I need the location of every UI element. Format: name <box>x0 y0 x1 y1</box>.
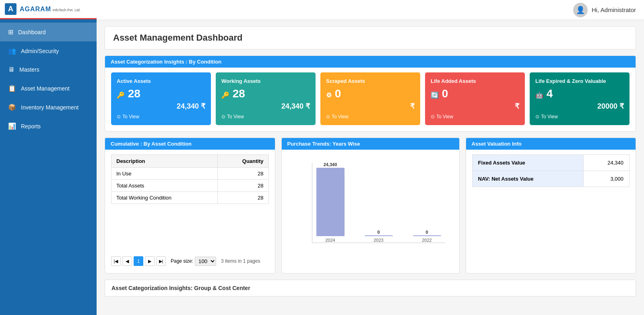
life-added-assets-title: Life Added Assets <box>431 78 519 84</box>
active-assets-count: 🔑 28 <box>117 87 205 100</box>
page-1-btn[interactable]: 1 <box>134 256 143 266</box>
brand-sub: InfoTech Pvt. Ltd. <box>53 8 81 12</box>
bar-group: 02022 <box>413 230 441 243</box>
bottom-section-header: Asset Categorization Insights: Group & C… <box>105 280 636 296</box>
table-row: Total Assets28 <box>111 180 269 192</box>
life-added-assets-link[interactable]: ⊙ To View <box>431 114 519 119</box>
sidebar-label-admin: Admin/Security <box>21 48 59 54</box>
life-added-assets-icon: 🔄 <box>431 92 439 99</box>
sidebar-label-reports: Reports <box>21 123 41 130</box>
circle-arrow-icon-2: ⊙ <box>221 114 225 119</box>
circle-arrow-icon-4: ⊙ <box>431 114 435 119</box>
active-assets-card: Active Assets 🔑 28 24,340 ₹ ⊙ To View <box>111 72 211 125</box>
val-label: NAV: Net Assets Value <box>472 171 584 187</box>
topbar: 👤 Hi, Administrator <box>97 0 644 20</box>
asset-cards-row: Active Assets 🔑 28 24,340 ₹ ⊙ To View Wo… <box>111 72 630 125</box>
life-expired-assets-count: 🤖 4 <box>535 87 624 100</box>
sidebar: A AGARAM InfoTech Pvt. Ltd. ⊞ Dashboard … <box>0 0 97 315</box>
bar-value-label: 0 <box>377 230 380 235</box>
bar-group: 24,3402024 <box>316 162 345 243</box>
col-description: Description <box>111 155 218 168</box>
inventory-icon: 📦 <box>8 103 16 111</box>
user-greeting: Hi, Administrator <box>592 6 636 13</box>
scraped-assets-amount: ₹ <box>326 102 415 111</box>
table-cell-qty: 28 <box>217 180 268 192</box>
val-value: 24,340 <box>584 155 630 171</box>
scraped-assets-card: Scraped Assets ⚙ 0 ₹ ⊙ To View <box>320 72 420 125</box>
bar-x-label: 2023 <box>374 238 383 243</box>
sidebar-item-dashboard[interactable]: ⊞ Dashboard <box>0 23 97 41</box>
brand-name: AGARAM <box>20 6 51 12</box>
cumulative-header: Cumulative : By Asset Condition <box>105 138 275 150</box>
life-added-assets-card: Life Added Assets 🔄 0 ₹ ⊙ To View <box>425 72 525 125</box>
valuation-header: Asset Valuation Info <box>466 138 636 150</box>
page-title: Asset Management Dashboard <box>105 26 636 49</box>
bar-element <box>365 235 393 236</box>
table-row: In Use28 <box>111 168 269 180</box>
masters-icon: 🖥 <box>8 66 14 73</box>
bar-value-label: 0 <box>425 230 428 235</box>
working-assets-amount: 24,340 ₹ <box>221 102 310 111</box>
bar-chart: 24,34020240202302022 <box>288 154 453 267</box>
bar-group: 02023 <box>365 230 393 243</box>
admin-icon: 👥 <box>8 47 16 55</box>
sidebar-label-dashboard: Dashboard <box>18 29 46 35</box>
sidebar-item-inventory-management[interactable]: 📦 Inventory Management <box>0 98 97 117</box>
main-area: 👤 Hi, Administrator Asset Management Das… <box>97 0 644 315</box>
bar-x-label: 2022 <box>422 238 431 243</box>
page-size-select[interactable]: 100 50 25 <box>195 257 216 266</box>
user-info: 👤 Hi, Administrator <box>573 3 636 17</box>
insights-by-condition-header: Asset Categorization Insights : By Condi… <box>105 56 636 68</box>
purchase-trends-section: Purchase Trends: Years Wise 24,340202402… <box>281 138 460 274</box>
life-expired-assets-link[interactable]: ⊙ To View <box>535 114 624 119</box>
first-page-btn[interactable]: |◀ <box>111 256 121 266</box>
asset-mgmt-icon: 📋 <box>8 84 16 92</box>
reports-icon: 📊 <box>8 122 16 130</box>
life-expired-assets-card: Life Expired & Zero Valuable 🤖 4 20000 ₹… <box>530 72 630 125</box>
sidebar-item-asset-management[interactable]: 📋 Asset Management <box>0 79 97 98</box>
bar-element <box>316 168 345 236</box>
next-page-btn[interactable]: ▶ <box>145 256 155 266</box>
active-assets-link[interactable]: ⊙ To View <box>117 114 205 119</box>
working-assets-card: Working Assets 🔑 28 24,340 ₹ ⊙ To View <box>216 72 316 125</box>
bar-element <box>413 235 441 236</box>
purchase-trends-header: Purchase Trends: Years Wise <box>282 138 459 150</box>
active-assets-amount: 24,340 ₹ <box>117 102 205 111</box>
page-info: 3 items in 1 pages <box>221 258 260 264</box>
table-cell-desc: In Use <box>111 168 218 180</box>
sidebar-item-admin-security[interactable]: 👥 Admin/Security <box>0 41 97 60</box>
valuation-table: Fixed Assets Value24,340NAV: Net Assets … <box>472 154 630 187</box>
prev-page-btn[interactable]: ◀ <box>122 256 132 266</box>
insights-by-condition-section: Asset Categorization Insights : By Condi… <box>105 56 636 132</box>
scraped-assets-count: ⚙ 0 <box>326 87 415 100</box>
cumulative-table: Description Quantity In Use28Total Asset… <box>111 154 269 204</box>
active-assets-icon: 🔑 <box>117 92 125 99</box>
logo-text: AGARAM InfoTech Pvt. Ltd. <box>20 6 80 13</box>
sidebar-item-reports[interactable]: 📊 Reports <box>0 117 97 136</box>
sidebar-label-inventory: Inventory Management <box>21 104 78 111</box>
sidebar-item-masters[interactable]: 🖥 Masters <box>0 60 97 79</box>
scraped-assets-title: Scraped Assets <box>326 78 415 84</box>
working-assets-link[interactable]: ⊙ To View <box>221 114 310 119</box>
sidebar-label-asset-mgmt: Asset Management <box>21 85 70 92</box>
table-row: Total Working Condition28 <box>111 192 269 204</box>
last-page-btn[interactable]: ▶| <box>156 256 166 266</box>
active-assets-title: Active Assets <box>117 78 205 84</box>
logo-box: A <box>5 3 17 15</box>
val-table-row: NAV: Net Assets Value3,000 <box>472 171 630 187</box>
pagination: |◀ ◀ 1 ▶ ▶| Page size: 100 50 25 3 items… <box>111 256 269 266</box>
life-expired-assets-amount: 20000 ₹ <box>535 102 624 111</box>
table-cell-desc: Total Assets <box>111 180 218 192</box>
sidebar-label-masters: Masters <box>19 66 39 73</box>
avatar: 👤 <box>573 3 588 17</box>
life-added-assets-count: 🔄 0 <box>431 87 519 100</box>
circle-arrow-icon-5: ⊙ <box>535 114 539 119</box>
val-value: 3,000 <box>584 171 630 187</box>
scraped-assets-icon: ⚙ <box>326 92 332 99</box>
content-area: Asset Management Dashboard Asset Categor… <box>97 20 644 315</box>
scraped-assets-link[interactable]: ⊙ To View <box>326 114 415 119</box>
dashboard-icon: ⊞ <box>8 28 13 36</box>
working-assets-count: 🔑 28 <box>221 87 310 100</box>
sidebar-logo: A AGARAM InfoTech Pvt. Ltd. <box>0 0 97 19</box>
bar-x-label: 2024 <box>325 238 335 243</box>
